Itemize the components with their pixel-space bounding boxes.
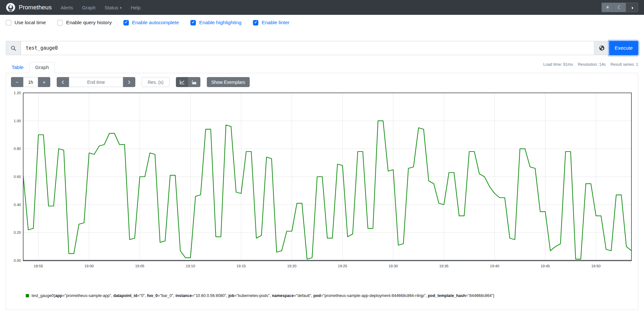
legend-item[interactable]: test_gauge0{app="prometheus-sample-app",…	[11, 293, 633, 298]
svg-text:19:35: 19:35	[439, 264, 448, 268]
enable-query-history-checkbox[interactable]	[57, 20, 63, 25]
svg-text:19:50: 19:50	[591, 264, 601, 268]
nav-links: Alerts Graph Status▾ Help	[52, 5, 140, 10]
prometheus-home-link[interactable]: Prometheus	[6, 3, 52, 12]
nav-item-alerts[interactable]: Alerts	[61, 5, 73, 10]
svg-text:19:45: 19:45	[541, 264, 550, 268]
graph-panel: − + Show Exemplars 0.000.200.400.600.801…	[6, 73, 638, 310]
panel-tabs: Table Graph Load time: 91ms Resolution: …	[6, 61, 638, 73]
svg-text:0.00: 0.00	[14, 259, 21, 262]
moon-icon: ☾	[618, 5, 622, 10]
chart-type-toggle	[176, 77, 200, 87]
sun-icon: ☀	[605, 5, 610, 10]
query-options-bar: Use local time Enable query history Enab…	[0, 15, 644, 29]
option-enable-highlighting[interactable]: Enable highlighting	[190, 20, 241, 25]
svg-text:19:15: 19:15	[236, 264, 246, 268]
end-time-input[interactable]	[69, 77, 123, 87]
line-chart-icon	[179, 80, 185, 85]
svg-text:0.60: 0.60	[14, 175, 21, 179]
svg-text:19:40: 19:40	[490, 264, 499, 268]
query-stats: Load time: 91ms Resolution: 14s Result s…	[543, 62, 638, 67]
range-input[interactable]	[23, 77, 38, 87]
graph-controls: − + Show Exemplars	[11, 77, 633, 87]
line-chart-mode-button[interactable]	[176, 77, 188, 87]
end-time-control-group	[57, 77, 135, 87]
nav-item-help[interactable]: Help	[131, 5, 141, 10]
chevron-left-icon	[61, 80, 65, 84]
light-theme-button[interactable]: ☀	[601, 3, 614, 12]
svg-text:18:55: 18:55	[34, 264, 43, 268]
query-expression-input[interactable]	[21, 41, 594, 55]
option-enable-query-history[interactable]: Enable query history	[57, 20, 111, 25]
navbar: Prometheus Alerts Graph Status▾ Help ☀ ☾…	[0, 0, 644, 15]
nav-item-graph[interactable]: Graph	[82, 5, 96, 10]
range-control-group: − +	[11, 77, 50, 87]
globe-icon	[599, 45, 605, 51]
nav-item-status[interactable]: Status▾	[105, 5, 122, 10]
svg-text:19:10: 19:10	[186, 264, 195, 268]
resolution-stat: Resolution: 14s	[578, 62, 606, 67]
tab-graph[interactable]: Graph	[29, 62, 55, 73]
svg-text:0.40: 0.40	[14, 203, 21, 207]
search-icon	[11, 45, 16, 51]
svg-text:0.20: 0.20	[14, 231, 21, 234]
enable-highlighting-checkbox[interactable]	[190, 20, 196, 25]
dark-theme-button[interactable]: ☾	[614, 3, 626, 12]
tab-table[interactable]: Table	[6, 62, 29, 73]
chevron-right-icon	[127, 80, 131, 84]
option-enable-linter[interactable]: Enable linter	[253, 20, 289, 25]
svg-text:1.00: 1.00	[14, 119, 21, 123]
search-addon	[6, 41, 21, 55]
option-enable-autocomplete[interactable]: Enable autocomplete	[123, 20, 179, 25]
decrease-range-button[interactable]: −	[11, 77, 23, 87]
prometheus-logo-icon	[6, 3, 15, 12]
query-input-group: Execute	[6, 41, 638, 55]
stacked-chart-mode-button[interactable]	[188, 77, 200, 87]
enable-autocomplete-checkbox[interactable]	[123, 20, 129, 25]
auto-theme-button[interactable]: ◑	[626, 3, 638, 12]
svg-text:1.20: 1.20	[14, 91, 21, 95]
app-title: Prometheus	[19, 4, 52, 11]
series-color-swatch	[26, 294, 29, 297]
svg-text:0.80: 0.80	[14, 147, 21, 151]
stacked-chart-icon	[192, 80, 197, 85]
graph-canvas[interactable]: 0.000.200.400.600.801.001.2018:5519:0019…	[11, 91, 634, 287]
svg-text:19:05: 19:05	[135, 264, 144, 268]
time-back-button[interactable]	[57, 77, 69, 87]
time-forward-button[interactable]	[123, 77, 135, 87]
svg-text:19:20: 19:20	[287, 264, 296, 268]
resolution-input[interactable]	[142, 77, 169, 87]
enable-linter-checkbox[interactable]	[253, 20, 258, 25]
theme-toggle-group: ☀ ☾ ◑	[601, 3, 638, 12]
increase-range-button[interactable]: +	[38, 77, 50, 87]
use-local-time-checkbox[interactable]	[6, 20, 11, 25]
legend-series-text: test_gauge0{app="prometheus-sample-app",…	[32, 293, 494, 298]
metrics-explorer-button[interactable]	[594, 41, 609, 55]
option-use-local-time[interactable]: Use local time	[6, 20, 46, 25]
svg-text:19:25: 19:25	[338, 264, 347, 268]
svg-text:19:30: 19:30	[389, 264, 398, 268]
svg-text:19:00: 19:00	[84, 264, 94, 268]
caret-down-icon: ▾	[120, 6, 122, 10]
load-time-stat: Load time: 91ms	[543, 62, 573, 67]
result-series-stat: Result series: 1	[610, 62, 638, 67]
execute-button[interactable]: Execute	[609, 41, 638, 55]
chart-container: 0.000.200.400.600.801.001.2018:5519:0019…	[11, 91, 633, 288]
show-exemplars-button[interactable]: Show Exemplars	[207, 77, 250, 87]
circle-half-icon: ◑	[630, 5, 633, 10]
